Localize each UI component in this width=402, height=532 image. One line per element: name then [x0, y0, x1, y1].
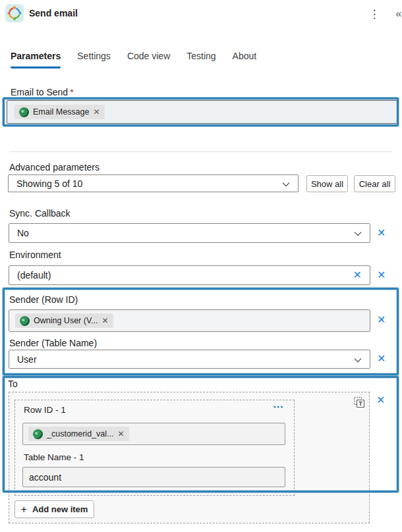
- show-all-button[interactable]: Show all: [306, 175, 348, 192]
- chevron-down-icon: [354, 354, 362, 365]
- plus-icon: +: [21, 504, 27, 516]
- item-menu-icon[interactable]: ⋯: [273, 400, 284, 413]
- token-label: Owning User (V...: [34, 316, 98, 325]
- action-title: Send email: [29, 8, 78, 18]
- dropdown-value: No: [17, 228, 29, 238]
- switch-to-input-entire-array-icon[interactable]: T: [351, 394, 367, 410]
- sync-callback-dropdown[interactable]: No: [9, 223, 370, 243]
- sender-row-id-field[interactable]: Owning User (V... ✕: [9, 309, 370, 332]
- dataverse-token-icon: [33, 429, 43, 439]
- remove-environment-icon[interactable]: ✕: [377, 270, 386, 280]
- tab-settings[interactable]: Settings: [77, 51, 111, 68]
- tab-parameters[interactable]: Parameters: [11, 51, 61, 68]
- environment-field[interactable]: (default) ✕: [9, 265, 370, 285]
- customerid-token: _customerid_val... ✕: [28, 427, 129, 441]
- chevron-down-icon: [282, 178, 290, 189]
- sender-table-name-dropdown[interactable]: User: [9, 350, 370, 369]
- send-email-action-panel: Send email ⋮ « Parameters Settings Code …: [0, 0, 402, 532]
- dataverse-connector-icon: [5, 4, 24, 22]
- sync-callback-label: Sync. Callback: [9, 208, 71, 219]
- field-value: account: [29, 472, 61, 483]
- svg-text:T: T: [359, 400, 362, 407]
- tab-bar: Parameters Settings Code view Testing Ab…: [11, 51, 256, 68]
- remove-token-icon[interactable]: ✕: [102, 317, 109, 325]
- dropdown-value: User: [17, 354, 37, 365]
- tab-about[interactable]: About: [233, 51, 257, 68]
- collapse-panel-icon[interactable]: «: [393, 7, 402, 20]
- token-label: Email Message: [33, 107, 89, 117]
- add-new-item-button[interactable]: + Add new item: [14, 500, 94, 518]
- sender-table-name-label: Sender (Table Name): [9, 338, 97, 348]
- tab-testing[interactable]: Testing: [187, 51, 215, 68]
- sender-row-id-label: Sender (Row ID): [9, 294, 78, 305]
- remove-token-icon[interactable]: ✕: [117, 430, 124, 438]
- more-options-icon[interactable]: ⋮: [366, 6, 382, 22]
- dropdown-value: Showing 5 of 10: [16, 178, 82, 189]
- table-name-1-label: Table Name - 1: [24, 452, 84, 462]
- owning-user-token: Owning User (V... ✕: [15, 313, 113, 328]
- tab-code-view[interactable]: Code view: [127, 51, 170, 68]
- clear-environment-icon[interactable]: ✕: [353, 270, 362, 280]
- email-to-send-field[interactable]: Email Message ✕: [7, 100, 397, 124]
- advanced-parameters-label: Advanced parameters: [9, 162, 100, 173]
- row-id-1-label: Row ID - 1: [24, 405, 66, 415]
- section-divider: [9, 151, 392, 152]
- remove-sync-callback-icon[interactable]: ✕: [377, 228, 386, 238]
- required-asterisk: *: [70, 87, 73, 97]
- remove-to-icon[interactable]: ✕: [376, 395, 385, 406]
- email-message-token: Email Message ✕: [14, 105, 105, 119]
- chevron-down-icon: [354, 228, 362, 238]
- dataverse-token-icon: [19, 107, 29, 117]
- clear-all-button[interactable]: Clear all: [354, 175, 395, 192]
- environment-label: Environment: [9, 250, 61, 260]
- to-label: To: [8, 379, 18, 389]
- remove-sender-row-id-icon[interactable]: ✕: [377, 315, 386, 325]
- table-name-1-field[interactable]: account: [22, 467, 285, 487]
- remove-token-icon[interactable]: ✕: [93, 108, 100, 116]
- field-value: (default): [17, 270, 51, 280]
- dataverse-token-icon: [20, 316, 30, 326]
- email-to-send-label: Email to Send*: [11, 87, 74, 97]
- remove-sender-table-name-icon[interactable]: ✕: [377, 354, 386, 364]
- row-id-1-field[interactable]: _customerid_val... ✕: [22, 423, 285, 445]
- token-label: _customerid_val...: [47, 429, 113, 439]
- advanced-parameters-dropdown[interactable]: Showing 5 of 10: [8, 174, 299, 192]
- add-new-item-label: Add new item: [32, 504, 88, 514]
